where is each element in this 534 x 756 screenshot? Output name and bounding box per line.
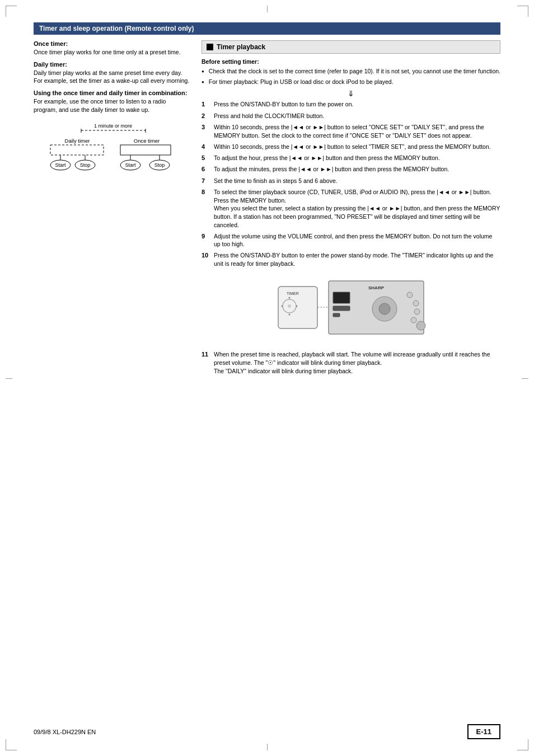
svg-text:1 minute or more: 1 minute or more: [94, 123, 132, 129]
step-num-3: 3: [202, 123, 210, 139]
footer-left: 09/9/8 XL-DH229N EN: [34, 729, 96, 735]
steps-list: 1 Press the ON/STAND-BY button to turn t…: [202, 100, 500, 267]
svg-rect-5: [50, 145, 104, 155]
svg-text:Daily timer: Daily timer: [65, 138, 90, 144]
combination-text: For example, use the once timer to liste…: [34, 97, 190, 114]
svg-text:Start: Start: [125, 162, 136, 168]
step-text-5: To adjust the hour, press the |◄◄ or ►►|…: [214, 154, 440, 162]
step-text-6: To adjust the minutes, press the |◄◄ or …: [214, 165, 449, 173]
svg-point-34: [413, 300, 419, 306]
svg-point-32: [379, 303, 390, 314]
svg-text:Stop: Stop: [154, 162, 165, 168]
step-text-10: Press the ON/STAND-BY button to enter th…: [214, 251, 500, 267]
step-text-7: Set the time to finish as in steps 5 and…: [214, 177, 338, 185]
step-11-list: 11 When the preset time is reached, play…: [202, 350, 500, 375]
step-num-6: 6: [202, 165, 210, 173]
bullet-item-1: Check that the clock is set to the corre…: [202, 67, 500, 76]
step-text-1: Press the ON/STAND-BY button to turn the…: [214, 100, 353, 109]
daily-timer-text: Daily timer play works at the same prese…: [34, 69, 190, 85]
svg-point-26: [289, 314, 291, 316]
svg-text:Stop: Stop: [80, 162, 91, 168]
bullet-text-2: For timer playback: Plug in USB or load …: [209, 78, 394, 86]
step-9: 9 Adjust the volume using the VOLUME con…: [202, 232, 500, 248]
step-2: 2 Press and hold the CLOCK/TIMER button.: [202, 112, 500, 120]
daily-timer-heading: Daily timer:: [34, 61, 190, 68]
step-num-10: 10: [202, 251, 210, 267]
main-title-text: Timer and sleep operation (Remote contro…: [39, 25, 194, 32]
step-text-9: Adjust the volume using the VOLUME contr…: [214, 232, 500, 248]
step-7: 7 Set the time to finish as in steps 5 a…: [202, 177, 500, 185]
left-column: Once timer: Once timer play works for on…: [34, 40, 190, 378]
step-1: 1 Press the ON/STAND-BY button to turn t…: [202, 100, 500, 109]
svg-rect-40: [333, 313, 340, 317]
svg-point-24: [289, 297, 291, 299]
step-num-5: 5: [202, 154, 210, 162]
side-mark-left: [6, 378, 12, 379]
svg-rect-39: [333, 306, 350, 311]
section-icon: [207, 44, 213, 50]
two-col-layout: Once timer: Once timer play works for on…: [34, 40, 500, 378]
bullet-text-1: Check that the clock is set to the corre…: [209, 67, 500, 76]
step-text-8: To select the timer playback source (CD,…: [214, 188, 500, 229]
step-num-8: 8: [202, 188, 210, 229]
timer-playback-title: Timer playback: [217, 43, 265, 51]
svg-point-33: [407, 292, 413, 298]
once-timer-text: Once timer play works for one time only …: [34, 48, 190, 57]
timer-diagram: 1 minute or more Daily timer Once timer …: [39, 120, 185, 182]
combination-heading: Using the once timer and daily timer in …: [34, 90, 190, 96]
step-10: 10 Press the ON/STAND-BY button to enter…: [202, 251, 500, 267]
bullet-item-2: For timer playback: Plug in USB or load …: [202, 78, 500, 86]
footer: 09/9/8 XL-DH229N EN E-11: [0, 724, 534, 739]
device-svg: TIMER SHARP: [273, 275, 429, 342]
once-timer-heading: Once timer:: [34, 40, 190, 47]
svg-text:TIMER: TIMER: [287, 292, 299, 295]
diagram-container: 1 minute or more Daily timer Once timer …: [34, 120, 190, 182]
svg-text:Start: Start: [55, 162, 66, 168]
step-6: 6 To adjust the minutes, press the |◄◄ o…: [202, 165, 500, 173]
side-mark-right: [522, 378, 528, 379]
svg-rect-7: [120, 145, 171, 155]
svg-point-35: [414, 309, 420, 314]
svg-point-23: [288, 304, 291, 308]
step-num-2: 2: [202, 112, 210, 120]
step-text-4: Within 10 seconds, press the |◄◄ or ►►| …: [214, 143, 491, 151]
svg-rect-30: [333, 292, 350, 303]
main-title: Timer and sleep operation (Remote contro…: [34, 22, 500, 35]
page-number: E-11: [467, 724, 500, 739]
step-4: 4 Within 10 seconds, press the |◄◄ or ►►…: [202, 143, 500, 151]
step-num-7: 7: [202, 177, 210, 185]
before-setting-title: Before setting timer:: [202, 58, 500, 65]
svg-point-27: [282, 306, 283, 307]
page: Timer and sleep operation (Remote contro…: [0, 0, 534, 756]
side-mark-bottom: [267, 744, 268, 750]
step-num-4: 4: [202, 143, 210, 151]
timer-playback-header: Timer playback: [202, 40, 500, 54]
before-setting-bullets: Check that the clock is set to the corre…: [202, 67, 500, 86]
right-column: Timer playback Before setting timer: Che…: [202, 40, 500, 378]
step-num-9: 9: [202, 232, 210, 248]
step-5: 5 To adjust the hour, press the |◄◄ or ►…: [202, 154, 500, 162]
svg-point-37: [416, 321, 425, 330]
svg-point-36: [411, 317, 416, 323]
side-mark-top: [267, 6, 268, 12]
step-8: 8 To select the timer playback source (C…: [202, 188, 500, 229]
step-text-3: Within 10 seconds, press the |◄◄ or ►►| …: [214, 123, 500, 139]
device-image: TIMER SHARP: [202, 275, 500, 342]
svg-text:Once timer: Once timer: [134, 138, 160, 144]
corner-mark-tr: [517, 6, 528, 17]
svg-text:SHARP: SHARP: [368, 285, 385, 290]
arrow-down: ⇓: [202, 89, 500, 98]
svg-point-25: [296, 306, 298, 307]
step-11: 11 When the preset time is reached, play…: [202, 350, 500, 375]
step-3: 3 Within 10 seconds, press the |◄◄ or ►►…: [202, 123, 500, 139]
step-text-2: Press and hold the CLOCK/TIMER button.: [214, 112, 324, 120]
step-num-1: 1: [202, 100, 210, 109]
corner-mark-br: [517, 739, 528, 750]
step-num-11: 11: [202, 350, 210, 375]
step-text-11: When the preset time is reached, playbac…: [214, 350, 500, 375]
corner-mark-tl: [6, 6, 17, 17]
corner-mark-bl: [6, 739, 17, 750]
